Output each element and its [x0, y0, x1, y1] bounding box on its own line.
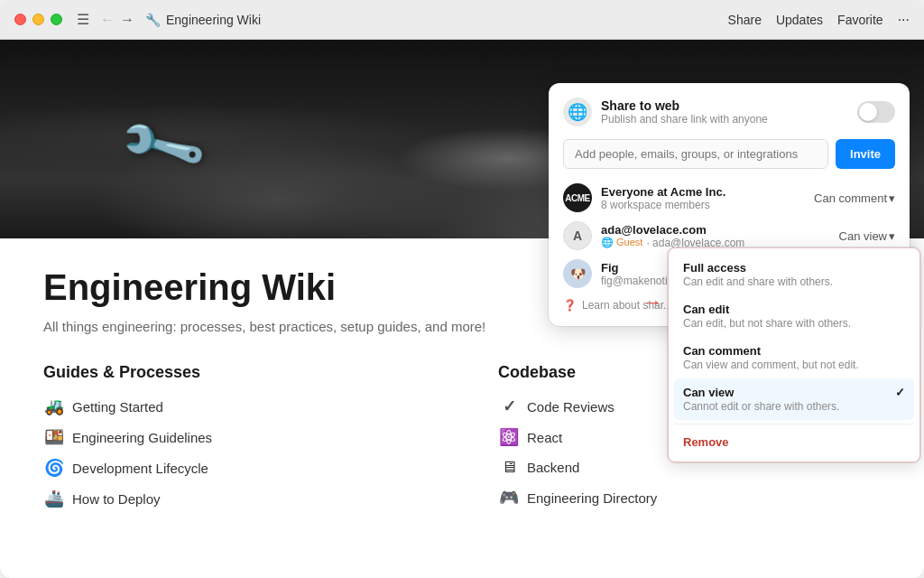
engineering-directory-icon: 🎮	[498, 488, 520, 508]
getting-started-icon: 🚜	[43, 396, 65, 416]
invite-button[interactable]: Invite	[836, 139, 895, 169]
more-button[interactable]: ···	[898, 12, 910, 28]
share-toggle[interactable]	[857, 101, 895, 123]
ada-info: ada@lovelace.com 🌐 Guest · ada@lovelace.…	[601, 223, 830, 249]
acme-info: Everyone at Acme Inc. 8 workspace member…	[601, 185, 805, 211]
person-row: A ada@lovelace.com 🌐 Guest · ada@lovelac…	[563, 221, 895, 250]
titlebar-actions: Share Updates Favorite ···	[728, 12, 910, 28]
full-access-title: Full access	[683, 261, 905, 275]
backend-icon: 🖥	[498, 458, 520, 477]
list-item[interactable]: 🎮 Engineering Directory	[498, 488, 881, 508]
can-view-sub: Cannot edit or share with others.	[683, 400, 905, 413]
how-to-deploy-icon: 🚢	[43, 489, 65, 508]
invite-row: Invite	[563, 139, 895, 169]
invite-input[interactable]	[563, 139, 828, 169]
page-breadcrumb: 🔧 Engineering Wiki	[145, 13, 261, 27]
can-comment-title: Can comment	[683, 344, 905, 358]
can-edit-sub: Can edit, but not share with others.	[683, 317, 905, 330]
forward-button[interactable]: →	[120, 12, 134, 28]
page-content: 🔧 Engineering Wiki All things engineerin…	[0, 40, 924, 578]
can-comment-sub: Can view and comment, but not edit.	[683, 359, 905, 371]
list-item[interactable]: 🍱 Engineering Guidelines	[43, 427, 426, 447]
acme-role[interactable]: Can comment ▾	[814, 191, 895, 205]
can-view-option[interactable]: Can view ✓ Cannot edit or share with oth…	[674, 378, 914, 420]
how-to-deploy-label: How to Deploy	[72, 491, 161, 507]
fig-avatar: 🐶	[563, 259, 592, 288]
dropdown-divider	[674, 424, 914, 424]
development-lifecycle-icon: 🌀	[43, 458, 65, 478]
engineering-guidelines-label: Engineering Guidelines	[72, 430, 212, 445]
full-access-sub: Can edit and share with others.	[683, 275, 905, 288]
react-label: React	[527, 430, 562, 445]
titlebar: ☰ ← → 🔧 Engineering Wiki Share Updates F…	[0, 0, 924, 40]
can-comment-option[interactable]: Can comment Can view and comment, but no…	[674, 337, 914, 378]
ada-name: ada@lovelace.com	[601, 223, 830, 237]
acme-name: Everyone at Acme Inc.	[601, 185, 805, 199]
app-window: ☰ ← → 🔧 Engineering Wiki Share Updates F…	[0, 0, 924, 578]
can-view-title: Can view ✓	[683, 386, 905, 399]
menu-icon[interactable]: ☰	[77, 11, 89, 28]
development-lifecycle-label: Development Lifecycle	[72, 461, 208, 476]
remove-option[interactable]: Remove	[674, 428, 914, 456]
list-item[interactable]: 🚜 Getting Started	[43, 396, 426, 416]
list-item[interactable]: 🚢 How to Deploy	[43, 489, 426, 508]
guides-column: Guides & Processes 🚜 Getting Started 🍱 E…	[43, 363, 426, 519]
acme-sub: 8 workspace members	[601, 199, 805, 211]
learn-icon: ❓	[563, 299, 577, 312]
person-row: ACME Everyone at Acme Inc. 8 workspace m…	[563, 183, 895, 212]
guest-badge: 🌐 Guest	[601, 237, 642, 248]
arrow-indicator: →	[642, 291, 662, 314]
updates-button[interactable]: Updates	[776, 13, 823, 27]
maximize-button[interactable]	[51, 14, 62, 25]
react-icon: ⚛️	[498, 427, 520, 447]
globe-icon: 🌐	[563, 98, 592, 126]
list-item[interactable]: 🌀 Development Lifecycle	[43, 458, 426, 478]
can-edit-option[interactable]: Can edit Can edit, but not share with ot…	[674, 295, 914, 337]
acme-avatar: ACME	[563, 183, 592, 212]
backend-label: Backend	[527, 460, 579, 475]
share-to-web-title: Share to web	[601, 98, 848, 113]
share-to-web-subtitle: Publish and share link with anyone	[601, 113, 848, 126]
minimize-button[interactable]	[32, 14, 44, 25]
getting-started-label: Getting Started	[72, 399, 163, 415]
selected-checkmark: ✓	[895, 386, 905, 399]
engineering-guidelines-icon: 🍱	[43, 427, 65, 447]
page-title-breadcrumb: Engineering Wiki	[166, 13, 261, 27]
back-button[interactable]: ←	[100, 12, 115, 28]
full-access-option[interactable]: Full access Can edit and share with othe…	[674, 254, 914, 295]
favorite-button[interactable]: Favorite	[837, 13, 883, 27]
ada-avatar: A	[563, 221, 592, 250]
permissions-dropdown: Full access Can edit and share with othe…	[668, 247, 920, 462]
share-button[interactable]: Share	[728, 13, 762, 27]
nav-arrows: ← →	[100, 12, 134, 28]
guides-title: Guides & Processes	[43, 363, 426, 382]
share-to-web-text: Share to web Publish and share link with…	[601, 98, 848, 126]
traffic-lights	[14, 14, 62, 25]
toggle-knob	[859, 103, 877, 121]
code-reviews-label: Code Reviews	[527, 399, 614, 415]
ada-role[interactable]: Can view ▾	[839, 229, 895, 243]
page-icon: 🔧	[145, 13, 161, 27]
share-to-web-row: 🌐 Share to web Publish and share link wi…	[563, 98, 895, 126]
close-button[interactable]	[14, 14, 26, 25]
engineering-directory-label: Engineering Directory	[527, 490, 657, 506]
can-edit-title: Can edit	[683, 303, 905, 316]
code-reviews-icon: ✓	[498, 396, 520, 416]
